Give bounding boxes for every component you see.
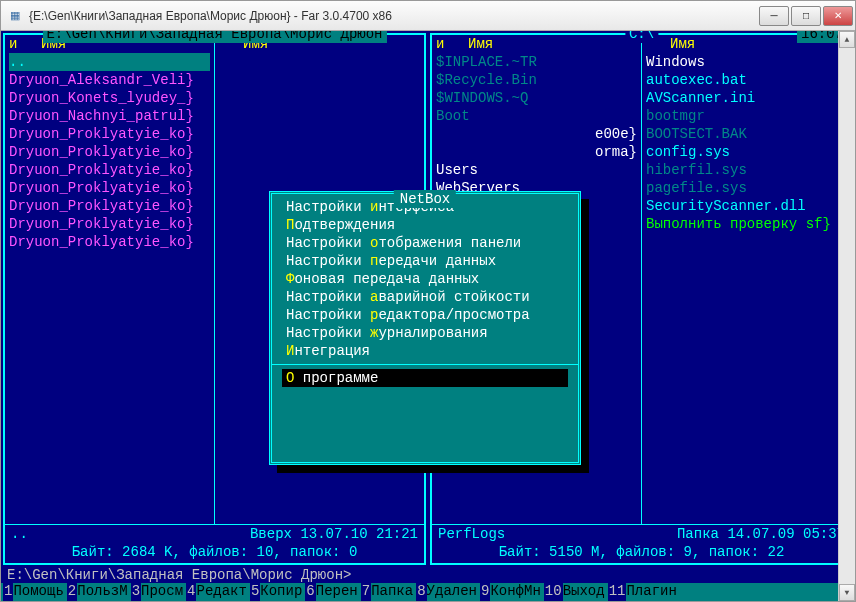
menu-item[interactable]: Настройки отображения панели (282, 234, 568, 252)
menu-item[interactable]: Настройки передачи данных (282, 252, 568, 270)
panel-summary: Байт: 5150 M, файлов: 9, папок: 22 (432, 543, 851, 563)
left-panel-path[interactable]: E:\Gen\Книги\Западная Европа\Морис Дрюон (42, 31, 386, 43)
menu-item[interactable]: Настройки редактора/просмотра (282, 306, 568, 324)
command-line[interactable]: E:\Gen\Книги\Западная Европа\Морис Дрюон… (1, 567, 855, 583)
list-item[interactable]: .. (9, 53, 210, 71)
list-item[interactable]: Dryuon_Proklyatyie_ko} (9, 143, 210, 161)
close-button[interactable]: ✕ (823, 6, 853, 26)
list-item[interactable]: Dryuon_Proklyatyie_ko} (9, 197, 210, 215)
menu-item[interactable]: Интеграция (282, 342, 568, 360)
sort-indicator[interactable]: и (9, 35, 17, 53)
list-item[interactable]: Выполнить проверку sf} (646, 215, 847, 233)
netbox-dialog: NetBox Настройки интерфейсаПодтверждения… (269, 191, 581, 465)
list-item[interactable]: Dryuon_Proklyatyie_ko} (9, 161, 210, 179)
list-item[interactable]: Dryuon_Proklyatyie_ko} (9, 125, 210, 143)
maximize-button[interactable]: □ (791, 6, 821, 26)
status-name: PerfLogs (438, 525, 677, 543)
scroll-up-button[interactable]: ▲ (839, 31, 855, 48)
menu-item-about[interactable]: О программе (282, 369, 568, 387)
keybar-item[interactable]: 9КонфМн (480, 583, 543, 601)
scroll-down-button[interactable]: ▼ (839, 584, 855, 601)
list-item[interactable]: $WINDOWS.~Q (436, 89, 637, 107)
right-panel-path[interactable]: C:\ (625, 31, 658, 43)
list-item[interactable]: Dryuon_Nachnyi_patrul} (9, 107, 210, 125)
window-title: {E:\Gen\Книги\Западная Европа\Морис Дрюо… (29, 9, 759, 23)
keybar-item[interactable]: 2ПользМ (67, 583, 130, 601)
list-item[interactable]: Dryuon_Proklyatyie_ko} (9, 215, 210, 233)
list-item[interactable]: BOOTSECT.BAK (646, 125, 847, 143)
keybar-item[interactable]: 11Плагин (608, 583, 679, 601)
app-icon: ▦ (7, 8, 23, 24)
list-item[interactable]: e00e} (436, 125, 637, 143)
list-item[interactable]: orma} (436, 143, 637, 161)
scroll-track[interactable] (839, 48, 855, 584)
keybar: 1Помощь2ПользМ3Просм4Редакт5Копир6Перен7… (1, 583, 855, 601)
keybar-item[interactable]: 8Удален (416, 583, 479, 601)
status-info: Вверх 13.07.10 21:21 (250, 525, 418, 543)
menu-item[interactable]: Настройки журналирования (282, 324, 568, 342)
keybar-item[interactable]: 10Выход (544, 583, 607, 601)
keybar-item[interactable]: 1Помощь (3, 583, 66, 601)
menu-item[interactable]: Фоновая передача данных (282, 270, 568, 288)
keybar-item[interactable]: 6Перен (305, 583, 359, 601)
keybar-item[interactable]: 3Просм (131, 583, 185, 601)
status-info: Папка 14.07.09 05:37 (677, 525, 845, 543)
list-item[interactable]: $Recycle.Bin (436, 71, 637, 89)
menu-item[interactable]: Настройки аварийной стойкости (282, 288, 568, 306)
panel-summary: Байт: 2684 K, файлов: 10, папок: 0 (5, 543, 424, 563)
dialog-title: NetBox (394, 190, 456, 208)
list-item[interactable]: Windows (646, 53, 847, 71)
status-name: .. (11, 525, 250, 543)
sort-indicator[interactable]: и (436, 35, 444, 53)
list-item[interactable]: Dryuon_Aleksandr_Veli} (9, 71, 210, 89)
window-titlebar[interactable]: ▦ {E:\Gen\Книги\Западная Европа\Морис Др… (1, 1, 855, 31)
minimize-button[interactable]: ─ (759, 6, 789, 26)
list-item[interactable]: Dryuon_Proklyatyie_ko} (9, 179, 210, 197)
list-item[interactable]: hiberfil.sys (646, 161, 847, 179)
list-item[interactable]: $INPLACE.~TR (436, 53, 637, 71)
list-item[interactable]: bootmgr (646, 107, 847, 125)
list-item[interactable]: Dryuon_Proklyatyie_ko} (9, 233, 210, 251)
column-header-name[interactable]: Имя (468, 35, 493, 53)
keybar-item[interactable]: 4Редакт (186, 583, 249, 601)
column-header-name[interactable]: Имя (670, 35, 695, 53)
menu-item[interactable]: Подтверждения (282, 216, 568, 234)
list-item[interactable]: Users (436, 161, 637, 179)
keybar-item[interactable]: 7Папка (361, 583, 415, 601)
vertical-scrollbar[interactable]: ▲ ▼ (838, 31, 855, 601)
list-item[interactable]: Boot (436, 107, 637, 125)
list-item[interactable]: autoexec.bat (646, 71, 847, 89)
list-item[interactable]: AVScanner.ini (646, 89, 847, 107)
keybar-item[interactable]: 5Копир (250, 583, 304, 601)
list-item[interactable]: SecurityScanner.dll (646, 197, 847, 215)
list-item[interactable]: Dryuon_Konets_lyudey_} (9, 89, 210, 107)
list-item[interactable]: config.sys (646, 143, 847, 161)
list-item[interactable]: pagefile.sys (646, 179, 847, 197)
menu-separator (272, 364, 578, 365)
